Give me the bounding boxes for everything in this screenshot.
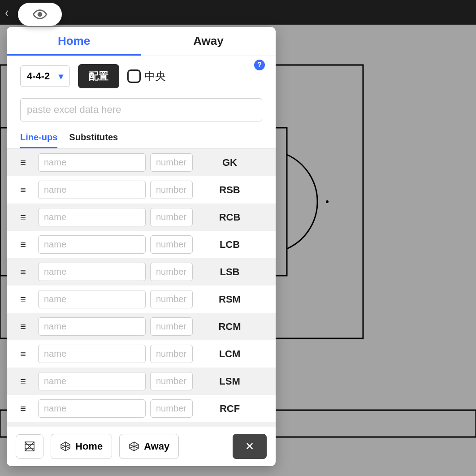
drag-handle-icon[interactable]: ≡ [20, 321, 34, 333]
sub-tab-substitutes[interactable]: Substitutes [69, 129, 118, 148]
player-number-input[interactable] [150, 317, 193, 336]
player-name-input[interactable] [38, 181, 146, 199]
position-label: RSB [197, 184, 262, 196]
paste-input[interactable] [20, 98, 262, 121]
player-number-input[interactable] [150, 345, 193, 363]
position-label: LSB [197, 266, 262, 278]
player-name-input[interactable] [38, 153, 146, 172]
player-name-input[interactable] [38, 372, 146, 390]
player-number-input[interactable] [150, 235, 193, 254]
top-header: ‹ 1 [0, 0, 476, 25]
sub-tabs: Line-ups Substitutes [7, 129, 276, 149]
formation-value: 4-4-2 [27, 70, 50, 82]
center-checkbox[interactable]: 中央 [127, 69, 166, 83]
center-label: 中央 [144, 69, 166, 83]
drag-handle-icon[interactable]: ≡ [20, 184, 34, 196]
position-label: RCF [197, 403, 262, 415]
player-number-input[interactable] [150, 208, 193, 226]
player-name-input[interactable] [38, 345, 146, 363]
player-row: ≡LSM [7, 368, 276, 395]
player-row: ≡RSM [20, 286, 262, 313]
position-label: GK [197, 157, 262, 169]
position-label: LCM [197, 348, 262, 360]
bottom-actions: Home Away ✕ [7, 426, 276, 466]
position-label: RCB [197, 212, 262, 223]
player-row: ≡GK [7, 149, 276, 176]
formation-select[interactable]: 4-4-2 ▾ [20, 65, 70, 87]
sub-tab-lineups[interactable]: Line-ups [20, 129, 57, 148]
player-name-input[interactable] [38, 208, 146, 226]
position-label: RCM [197, 321, 262, 333]
grid-icon [24, 441, 35, 452]
player-rows: ≡GK≡RSB≡RCB≡LCB≡LSB≡RSM≡RCM≡LCM≡LSM≡RCF≡… [7, 149, 276, 426]
player-row: ≡RCB [7, 203, 276, 231]
player-row: ≡RCF [20, 395, 262, 422]
top-tabs: Home Away [7, 27, 276, 56]
controls-row: 4-4-2 ▾ 配置 中央 ? [7, 56, 276, 93]
player-name-input[interactable] [38, 263, 146, 281]
close-button[interactable]: ✕ [233, 434, 267, 459]
tab-away[interactable]: Away [141, 27, 276, 56]
player-number-input[interactable] [150, 290, 193, 308]
player-name-input[interactable] [38, 235, 146, 254]
pitch-style-button[interactable] [16, 434, 43, 459]
drag-handle-icon[interactable]: ≡ [20, 403, 34, 415]
poly-icon [129, 441, 139, 452]
help-icon[interactable]: ? [254, 60, 265, 70]
drag-handle-icon[interactable]: ≡ [20, 266, 34, 278]
player-row: ≡RCM [7, 313, 276, 340]
home-style-button[interactable]: Home [51, 434, 112, 459]
player-number-input[interactable] [150, 263, 193, 281]
player-row: ≡LCF [7, 422, 276, 426]
close-icon: ✕ [245, 440, 254, 452]
drag-handle-icon[interactable]: ≡ [20, 376, 34, 387]
player-name-input[interactable] [38, 317, 146, 336]
player-row: ≡LSB [7, 258, 276, 286]
player-number-input[interactable] [150, 153, 193, 172]
drag-handle-icon[interactable]: ≡ [20, 294, 34, 305]
tab-home[interactable]: Home [7, 27, 141, 56]
player-name-input[interactable] [38, 290, 146, 308]
eye-icon [33, 7, 47, 22]
away-style-label: Away [144, 441, 169, 452]
player-name-input[interactable] [38, 399, 146, 418]
player-row: ≡LCB [20, 231, 262, 258]
paste-data-box [20, 98, 262, 121]
back-icon[interactable]: ‹ [5, 4, 9, 21]
drag-handle-icon[interactable]: ≡ [20, 348, 34, 360]
position-label: LSM [197, 376, 262, 387]
player-number-input[interactable] [150, 372, 193, 390]
player-row: ≡LCM [20, 340, 262, 368]
drag-handle-icon[interactable]: ≡ [20, 157, 34, 169]
deploy-button[interactable]: 配置 [78, 64, 119, 88]
drag-handle-icon[interactable]: ≡ [20, 212, 34, 223]
drag-handle-icon[interactable]: ≡ [20, 239, 34, 251]
chevron-down-icon: ▾ [59, 71, 63, 82]
away-style-button[interactable]: Away [119, 434, 179, 459]
poly-icon [60, 441, 71, 452]
position-label: RSM [197, 294, 262, 305]
player-row: ≡RSB [20, 176, 262, 203]
view-toggle-button[interactable] [18, 3, 62, 26]
svg-point-0 [38, 13, 42, 16]
svg-point-3 [326, 200, 329, 203]
position-label: LCB [197, 239, 262, 251]
player-number-input[interactable] [150, 181, 193, 199]
lineup-panel: Home Away 4-4-2 ▾ 配置 中央 ? Line-ups Subst… [7, 27, 276, 466]
checkbox-icon [127, 69, 141, 83]
home-style-label: Home [75, 441, 103, 452]
player-number-input[interactable] [150, 399, 193, 418]
